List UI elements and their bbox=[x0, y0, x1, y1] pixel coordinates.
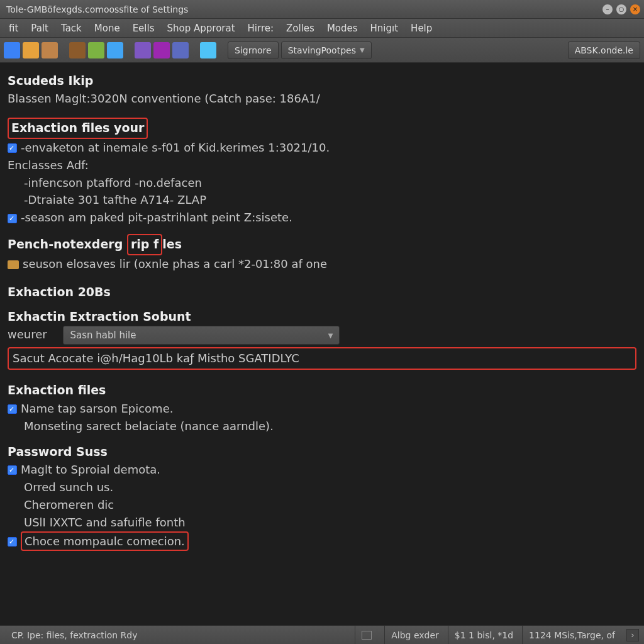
maximize-button[interactable]: ○ bbox=[616, 4, 626, 14]
line-infencson: -infencson ptafford -no.defacen bbox=[8, 174, 636, 192]
checkbox-season[interactable] bbox=[8, 214, 17, 223]
toolbar-icon-1[interactable] bbox=[4, 42, 20, 58]
toolbar: Sigrnore StavingPootpes▼ ABSK.onde.le bbox=[0, 38, 644, 63]
status-seg-3: 1124 MSis,Targe, of bbox=[522, 626, 621, 644]
status-seg-icon bbox=[355, 626, 382, 644]
chevron-down-icon: ▼ bbox=[360, 47, 365, 53]
toolbar-icon-6[interactable] bbox=[107, 42, 123, 58]
line-envaketon: -envaketon at inemale s-f01 of Kid.kerim… bbox=[8, 139, 636, 157]
highlight-box-1: Exhaction files your bbox=[8, 118, 148, 138]
highlight-box-2: rip f bbox=[127, 234, 162, 255]
toolbar-icon-2[interactable] bbox=[23, 42, 39, 58]
menu-eells[interactable]: Eells bbox=[128, 21, 160, 35]
window-title: Tole-GMBöfexgds.comoossfite of Settings bbox=[4, 4, 599, 14]
menubar: fit Palt Tack Mone Eells Shop Approrat H… bbox=[0, 19, 644, 38]
menu-mone[interactable]: Mone bbox=[89, 21, 125, 35]
menu-tack[interactable]: Tack bbox=[56, 21, 87, 35]
dropdown-weurer[interactable]: Sasn habl hile▼ bbox=[63, 326, 340, 345]
toolbar-icon-8[interactable] bbox=[153, 42, 170, 58]
minimize-button[interactable]: – bbox=[602, 4, 613, 14]
toolbar-icon-9[interactable] bbox=[172, 42, 189, 58]
heading-exhaction-files: Exhaction files bbox=[8, 381, 636, 399]
line-orred: Orred sunch us. bbox=[8, 479, 636, 496]
highlight-box-4: Choce mompaulc comecion. bbox=[21, 531, 189, 552]
checkbox-maglt[interactable] bbox=[8, 465, 17, 475]
row-weurer: weurer Sasn habl hile▼ bbox=[8, 326, 636, 345]
highlight-box-3: Sacut Acocate i@h/Hag10Lb kaƒ Mistho SGA… bbox=[8, 347, 636, 370]
line-enclasses: Enclasses Adf: bbox=[8, 157, 636, 174]
toolbar-icon-5[interactable] bbox=[88, 42, 104, 58]
folder-icon bbox=[8, 260, 19, 269]
heading-extraction-sobunt: Exhactin Extraction Sobunt bbox=[8, 308, 636, 326]
menu-zolles[interactable]: Zolles bbox=[281, 21, 319, 35]
line-usli: USlI IXXTC and safuifle fonth bbox=[8, 514, 636, 531]
menu-modes[interactable]: Modes bbox=[322, 21, 363, 35]
chevron-down-icon: ▼ bbox=[328, 331, 333, 341]
heading-pench: Pench-notexderg rip fles bbox=[8, 234, 636, 255]
heading-exhaction-your: Exhaction files your bbox=[8, 118, 636, 138]
menu-hirre[interactable]: Hirre: bbox=[243, 21, 279, 35]
heading-password: Password Suss bbox=[8, 443, 636, 461]
status-next-button[interactable]: › bbox=[626, 629, 639, 641]
checkbox-name-tap[interactable] bbox=[8, 404, 17, 414]
status-left: CP. Ipe: files, fextraction Rdy bbox=[5, 626, 352, 644]
toolbar-button-stavingpootpes[interactable]: StavingPootpes▼ bbox=[281, 42, 372, 59]
line-dtraiate: -Dtraiate 301 tafthe A714- ZLAP bbox=[8, 191, 636, 209]
status-seg-2: $1 1 bisl, *1d bbox=[448, 626, 519, 644]
label-weurer: weurer bbox=[8, 328, 47, 341]
menu-palt[interactable]: Palt bbox=[26, 21, 53, 35]
heading-scudeds: Scudeds Ikip bbox=[8, 72, 636, 90]
toolbar-button-signore[interactable]: Sigrnore bbox=[228, 42, 279, 59]
checkbox-choce[interactable] bbox=[8, 537, 17, 547]
line-cheromeren: Cheromeren dic bbox=[8, 496, 636, 514]
close-button[interactable]: × bbox=[630, 4, 640, 14]
toolbar-button-absk[interactable]: ABSK.onde.le bbox=[568, 42, 640, 59]
status-icon bbox=[362, 631, 372, 640]
status-seg-1: Albg exder bbox=[384, 626, 445, 644]
window-titlebar: Tole-GMBöfexgds.comoossfite of Settings … bbox=[0, 0, 644, 19]
line-sacut: Sacut Acocate i@h/Hag10Lb kaƒ Mistho SGA… bbox=[13, 352, 299, 365]
line-choce: Choce mompaulc comecion. bbox=[8, 531, 636, 552]
line-season-paked: -season am paked pit-pastrihlant peint Z… bbox=[8, 209, 636, 226]
menu-shop[interactable]: Shop Approrat bbox=[162, 21, 240, 35]
checkbox-envaketon[interactable] bbox=[8, 143, 17, 153]
toolbar-icon-7[interactable] bbox=[135, 42, 151, 58]
line-monseting: Monseting sarect belaciate (nance aarndl… bbox=[8, 418, 636, 435]
menu-help[interactable]: Help bbox=[406, 21, 437, 35]
line-seuson: seuson elosaves lir (oxnle phas a carl *… bbox=[8, 255, 636, 273]
toolbar-icon-3[interactable] bbox=[42, 42, 58, 58]
content-area: Scudeds Ikip Blassen Maglt:3020N convent… bbox=[0, 63, 644, 625]
toolbar-icon-4[interactable] bbox=[69, 42, 86, 58]
line-name-tap: Name tap sarson Epicome. bbox=[8, 400, 636, 418]
menu-fit[interactable]: fit bbox=[4, 21, 23, 35]
menu-hnight[interactable]: Hnigıt bbox=[365, 21, 404, 35]
toolbar-icon-10[interactable] bbox=[200, 42, 216, 58]
line-blassen: Blassen Maglt:3020N conventione (Catch p… bbox=[8, 90, 636, 108]
line-maglt: Maglt to Sproial demota. bbox=[8, 461, 636, 479]
heading-exhaction-20bs: Exhaction 20Bs bbox=[8, 283, 636, 301]
statusbar: CP. Ipe: files, fextraction Rdy Albg exd… bbox=[0, 625, 644, 644]
